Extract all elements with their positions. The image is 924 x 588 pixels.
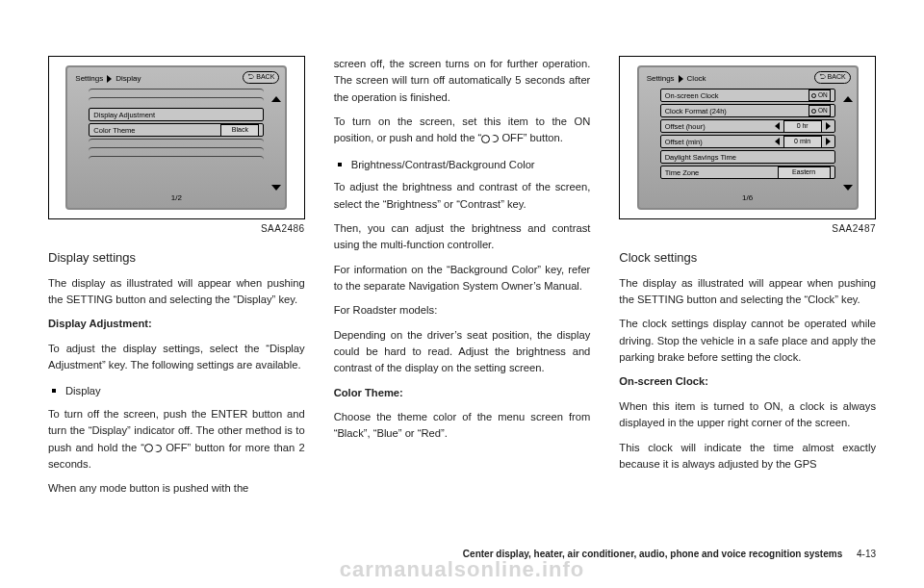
body-text: The clock settings display cannot be ope… — [619, 316, 876, 366]
figure-2-caption: SAA2487 — [619, 221, 876, 237]
display-settings-screen: Settings Display ⮌ BACK Display Adjustme… — [65, 65, 287, 210]
breadcrumb-root: Settings — [75, 73, 103, 85]
sun-icon — [481, 135, 490, 143]
back-label: BACK — [828, 72, 846, 83]
body-text: Choose the theme color of the menu scree… — [334, 409, 591, 443]
color-theme-value: Black — [220, 124, 259, 137]
body-text: This clock will indicate the time almost… — [619, 440, 876, 473]
bullet-display: Display — [48, 383, 305, 399]
subhead-color-theme: Color Theme: — [334, 385, 591, 401]
increment-icon[interactable] — [826, 138, 831, 145]
body-text: When this item is turned to ON, a clock … — [619, 398, 876, 432]
body-text: The display as illustrated will appear w… — [619, 275, 876, 309]
bullet-brightness: Brightness/Contrast/Background Color — [334, 157, 591, 173]
chevron-right-icon — [107, 75, 112, 83]
menu-row-offset-min[interactable]: Offset (min)0 min — [660, 135, 835, 148]
body-text: The display as illustrated will appear w… — [48, 275, 305, 309]
menu-row-dst[interactable]: Daylight Savings Time — [660, 150, 835, 164]
increment-icon[interactable] — [826, 122, 831, 130]
page-indicator: 1/2 — [67, 192, 285, 204]
body-text: For Roadster models: — [334, 302, 591, 319]
menu-row-offset-hour[interactable]: Offset (hour)0 hr — [660, 119, 835, 133]
page-footer: Center display, heater, air conditioner,… — [0, 549, 876, 559]
menu-label: Color Theme — [93, 125, 135, 137]
scroll-down-icon[interactable] — [271, 185, 281, 191]
menu-row-display-adjustment[interactable]: Display Adjustment — [89, 108, 264, 121]
scroll-up-icon[interactable] — [271, 96, 281, 102]
body-text: To turn on the screen, set this item to … — [334, 114, 591, 147]
column-1: Settings Display ⮌ BACK Display Adjustme… — [48, 56, 305, 559]
body-text: To adjust the brightness and contrast of… — [334, 179, 591, 213]
figure-2: Settings Clock ⮌ BACK On-screen ClockON … — [619, 56, 876, 244]
toggle-on[interactable]: ON — [808, 105, 831, 116]
clock-settings-screen: Settings Clock ⮌ BACK On-screen ClockON … — [637, 65, 859, 210]
scroll-up-icon[interactable] — [843, 96, 853, 102]
figure-1: Settings Display ⮌ BACK Display Adjustme… — [48, 56, 305, 244]
moon-icon — [154, 445, 162, 452]
decrement-icon[interactable] — [775, 122, 780, 130]
menu-row-color-theme[interactable]: Color Theme Black — [89, 123, 264, 137]
sun-icon — [144, 444, 153, 452]
watermark: carmanualsonline.info — [0, 557, 924, 582]
body-text: Depending on the driver’s seat position,… — [334, 327, 591, 377]
back-label: BACK — [256, 72, 274, 83]
figure-1-box: Settings Display ⮌ BACK Display Adjustme… — [48, 56, 305, 219]
breadcrumb-current: Clock — [687, 73, 706, 85]
body-text: For information on the “Background Color… — [334, 262, 591, 295]
back-button[interactable]: ⮌ BACK — [814, 71, 851, 84]
menu-row-timezone[interactable]: Time ZoneEastern — [660, 166, 835, 179]
footer-section: Center display, heater, air conditioner,… — [463, 549, 842, 559]
back-arrow-icon: ⮌ — [819, 72, 826, 83]
manual-page: Settings Display ⮌ BACK Display Adjustme… — [0, 0, 924, 588]
back-button[interactable]: ⮌ BACK — [243, 71, 279, 84]
breadcrumb-current: Display — [116, 73, 141, 85]
chevron-right-icon — [679, 75, 683, 83]
column-3: Settings Clock ⮌ BACK On-screen ClockON … — [619, 56, 876, 559]
subhead-display-adjustment: Display Adjustment: — [48, 316, 305, 332]
toggle-on[interactable]: ON — [808, 89, 831, 101]
scroll-down-icon[interactable] — [843, 185, 853, 191]
figure-2-box: Settings Clock ⮌ BACK On-screen ClockON … — [619, 56, 876, 219]
heading-display-settings: Display settings — [48, 248, 305, 268]
heading-clock-settings: Clock settings — [619, 248, 876, 268]
breadcrumb-root: Settings — [647, 73, 675, 85]
menu-row-onscreen-clock[interactable]: On-screen ClockON — [660, 89, 835, 102]
body-text: When any mode button is pushed with the — [48, 480, 305, 497]
decrement-icon[interactable] — [775, 138, 780, 145]
body-text: screen off, the screen turns on for furt… — [334, 56, 591, 106]
menu-row-clock-format[interactable]: Clock Format (24h)ON — [660, 104, 835, 117]
subhead-onscreen-clock: On-screen Clock: — [619, 373, 876, 390]
body-text: To turn off the screen, push the ENTER b… — [48, 406, 305, 473]
footer-page-number: 4-13 — [857, 549, 876, 559]
body-text: Then, you can adjust the brightness and … — [334, 220, 591, 254]
figure-1-caption: SAA2486 — [48, 221, 305, 237]
back-arrow-icon: ⮌ — [247, 72, 254, 83]
body-text: To adjust the display settings, select t… — [48, 341, 305, 374]
column-2: screen off, the screen turns on for furt… — [334, 56, 591, 559]
page-indicator: 1/6 — [639, 192, 857, 204]
menu-label: Display Adjustment — [93, 110, 155, 121]
